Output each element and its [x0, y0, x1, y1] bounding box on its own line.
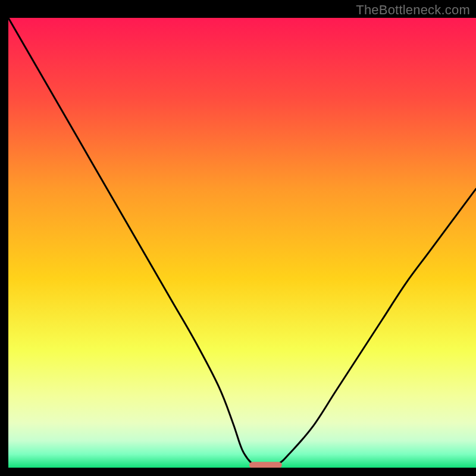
gradient-background [8, 18, 476, 468]
plot-area [8, 18, 476, 468]
chart-container: TheBottleneck.com [0, 0, 476, 476]
bottleneck-chart [8, 18, 476, 468]
optimal-range-marker [249, 462, 282, 468]
watermark-text: TheBottleneck.com [356, 2, 470, 18]
